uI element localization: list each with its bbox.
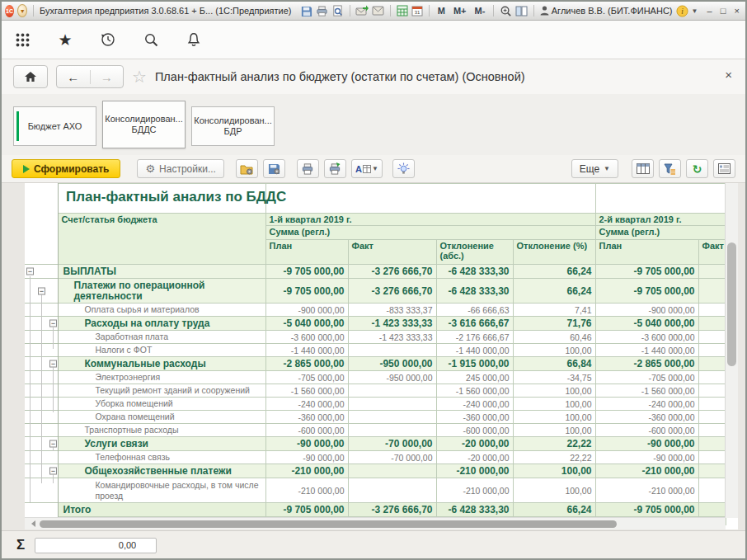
value-cell[interactable] <box>698 384 726 398</box>
value-cell[interactable]: -3 276 666,70 <box>348 279 436 304</box>
value-cell[interactable]: -2 176 666,67 <box>436 331 513 344</box>
value-cell[interactable]: 245 000,00 <box>436 371 513 384</box>
budget-item-cell[interactable]: Расходы на оплату труда <box>58 317 265 331</box>
table-row[interactable]: −Общехозяйственные платежи-210 000,00-21… <box>25 464 726 478</box>
hint-lamp-button[interactable] <box>392 159 415 178</box>
value-cell[interactable] <box>698 451 726 464</box>
value-cell[interactable] <box>698 357 726 371</box>
value-cell[interactable] <box>698 464 726 478</box>
value-cell[interactable]: -1 560 000,00 <box>436 384 513 398</box>
vertical-scrollbar-thumb[interactable] <box>727 242 736 366</box>
collapse-group-button[interactable]: − <box>26 268 34 275</box>
value-cell[interactable] <box>698 437 726 451</box>
print-button[interactable] <box>297 159 319 178</box>
column-header-plan1[interactable]: План <box>265 240 348 265</box>
column-header-plan2[interactable]: План <box>595 240 698 265</box>
value-cell[interactable]: -3 616 666,67 <box>436 317 513 331</box>
value-cell[interactable]: -1 440 000,00 <box>595 344 698 357</box>
close-page-button[interactable]: × <box>725 68 732 82</box>
value-cell[interactable]: -360 000,00 <box>595 411 698 424</box>
value-cell[interactable]: -90 000,00 <box>595 451 698 464</box>
maximize-button[interactable]: □ <box>718 5 729 17</box>
value-cell[interactable]: -833 333,37 <box>348 304 436 317</box>
budget-item-cell[interactable]: Услуги связи <box>58 437 265 451</box>
value-cell[interactable] <box>698 424 726 437</box>
value-cell[interactable]: -5 040 000,00 <box>265 317 348 331</box>
budget-item-cell[interactable]: Текущий ремонт зданий и сооружений <box>58 384 265 398</box>
value-cell[interactable]: -9 705 000,00 <box>265 279 348 304</box>
print-icon[interactable] <box>316 4 328 17</box>
value-cell[interactable] <box>698 279 726 304</box>
sum-input[interactable] <box>35 538 157 553</box>
horizontal-scrollbar-thumb[interactable] <box>40 520 617 528</box>
report-tab-1[interactable]: Бюджет АХО <box>13 106 96 146</box>
value-cell[interactable]: -210 000,00 <box>265 478 348 503</box>
table-row[interactable]: −ВЫПЛАТЫ-9 705 000,00-3 276 666,70-6 428… <box>25 265 726 279</box>
budget-item-cell[interactable]: Платежи по операционной деятельности <box>58 279 265 304</box>
value-cell[interactable]: -66 666,63 <box>436 304 513 317</box>
value-cell[interactable]: -9 705 000,00 <box>265 503 348 517</box>
column-header-fact1[interactable]: Факт <box>348 240 436 265</box>
send-mail-icon[interactable] <box>355 4 369 17</box>
value-cell[interactable] <box>348 344 436 357</box>
budget-item-cell[interactable]: ВЫПЛАТЫ <box>58 265 265 279</box>
value-cell[interactable]: -240 000,00 <box>595 398 698 411</box>
budget-item-cell[interactable]: Коммунальные расходы <box>58 357 265 371</box>
value-cell[interactable] <box>698 304 726 317</box>
budget-item-cell[interactable]: Охрана помещений <box>58 411 265 424</box>
table-row[interactable]: Телефонная связь-90 000,00-70 000,00-20 … <box>25 451 726 464</box>
value-cell[interactable]: -6 428 333,30 <box>436 503 513 517</box>
value-cell[interactable]: 71,76 <box>513 317 595 331</box>
value-cell[interactable] <box>348 478 436 503</box>
calendar-icon[interactable]: 31 <box>411 4 423 17</box>
m-plus-button[interactable]: M+ <box>451 6 469 16</box>
details-form-button[interactable] <box>713 159 735 178</box>
value-cell[interactable]: -90 000,00 <box>265 451 348 464</box>
value-cell[interactable]: -210 000,00 <box>595 464 698 478</box>
table-row[interactable]: −Услуги связи-90 000,00-70 000,00-20 000… <box>25 437 726 451</box>
value-cell[interactable]: 100,00 <box>513 411 595 424</box>
forward-button[interactable]: → <box>91 70 124 84</box>
budget-item-cell[interactable]: Командировочные расходы, в том числе про… <box>58 478 265 503</box>
apps-grid-icon[interactable] <box>13 31 31 49</box>
value-cell[interactable]: -20 000,00 <box>436 451 513 464</box>
scroll-left-arrow[interactable] <box>31 520 35 527</box>
value-cell[interactable]: -210 000,00 <box>436 478 513 503</box>
horizontal-scrollbar[interactable] <box>25 517 726 529</box>
value-cell[interactable]: -1 440 000,00 <box>436 344 513 357</box>
close-window-button[interactable]: × <box>731 5 742 17</box>
more-button[interactable]: Еще ▼ <box>571 159 618 178</box>
m-minus-button[interactable]: M- <box>472 6 487 16</box>
collapse-group-button[interactable]: − <box>49 468 57 475</box>
value-cell[interactable]: -705 000,00 <box>595 371 698 384</box>
collapse-group-button[interactable]: − <box>49 320 57 327</box>
value-cell[interactable]: -1 560 000,00 <box>265 384 348 398</box>
value-cell[interactable]: -2 865 000,00 <box>265 357 348 371</box>
value-cell[interactable]: -210 000,00 <box>265 464 348 478</box>
split-view-icon[interactable] <box>515 4 528 17</box>
column-header-sum2[interactable]: Сумма (регл.) <box>595 226 726 240</box>
value-cell[interactable]: -70 000,00 <box>348 451 436 464</box>
favorite-star-icon[interactable]: ☆ <box>132 67 147 87</box>
save-icon[interactable] <box>300 4 312 17</box>
value-cell[interactable] <box>698 317 726 331</box>
value-cell[interactable]: 60,46 <box>513 331 595 344</box>
history-icon[interactable] <box>99 31 117 49</box>
calculator-icon[interactable] <box>397 4 408 17</box>
table-row[interactable]: Охрана помещений-360 000,00-360 000,0010… <box>25 411 726 424</box>
value-cell[interactable]: -9 705 000,00 <box>595 503 698 517</box>
value-cell[interactable] <box>698 331 726 344</box>
value-cell[interactable]: -1 423 333,33 <box>348 317 436 331</box>
value-cell[interactable]: 66,24 <box>513 279 595 304</box>
back-button[interactable]: ← <box>57 70 91 84</box>
column-header-q1[interactable]: 1-й квартал 2019 г. <box>265 214 595 226</box>
favorites-star-icon[interactable]: ★ <box>56 31 74 49</box>
value-cell[interactable] <box>348 384 436 398</box>
table-row[interactable]: −Расходы на оплату труда-5 040 000,00-1 … <box>25 317 726 331</box>
value-cell[interactable]: 100,00 <box>513 464 595 478</box>
value-cell[interactable]: 22,22 <box>513 451 595 464</box>
value-cell[interactable]: -1 560 000,00 <box>595 384 698 398</box>
value-cell[interactable] <box>698 265 726 279</box>
value-cell[interactable]: -6 428 333,30 <box>436 265 513 279</box>
value-cell[interactable] <box>348 398 436 411</box>
